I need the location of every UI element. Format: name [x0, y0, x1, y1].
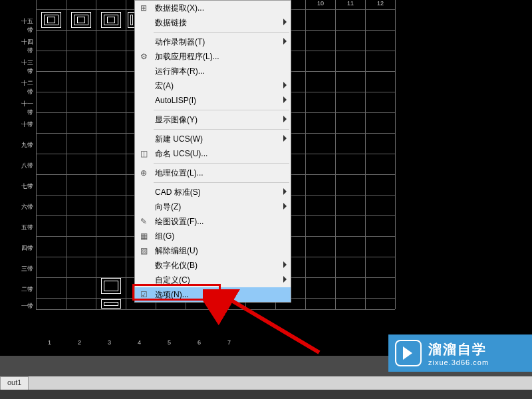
menu-item-label: 加载应用程序(L)... [155, 52, 219, 61]
watermark-title: 溜溜自学 [428, 340, 489, 358]
col-label: 5 [168, 339, 171, 346]
col-label: 1 [48, 339, 51, 346]
row-label: 八带 [17, 162, 33, 170]
block-icon [101, 278, 121, 294]
ucs-icon: ◫ [138, 148, 150, 160]
menu-item-label: 组(G) [155, 231, 174, 241]
menu-item-label: 命名 UCS(U)... [155, 149, 207, 158]
geo-icon: ⊕ [138, 167, 150, 179]
menu-item[interactable]: 宏(A) [135, 78, 291, 93]
menu-item[interactable]: 数字化仪(B) [135, 258, 291, 273]
submenu-arrow-icon [283, 203, 287, 209]
layout-tab[interactable]: out1 [0, 376, 29, 390]
watermark-url: zixue.3d66.com [428, 358, 489, 366]
menu-separator [154, 163, 289, 164]
row-label: 二带 [17, 285, 33, 294]
tools-context-menu: ⊞数据提取(X)...数据链接动作录制器(T)⚙加载应用程序(L)...运行脚本… [134, 0, 291, 303]
block-icon [41, 12, 61, 28]
check-icon: ☑ [138, 289, 150, 301]
block-icon [101, 299, 121, 309]
menu-item-label: 运行脚本(R)... [155, 66, 205, 76]
row-label: 十三带 [17, 59, 33, 76]
row-label: 十五带 [17, 17, 33, 35]
submenu-arrow-icon [283, 188, 287, 195]
menu-item-label: 解除编组(U) [155, 246, 198, 255]
menu-item[interactable]: ▦组(G) [135, 229, 291, 243]
menu-item-label: 显示图像(Y) [155, 115, 198, 124]
col-label: 11 [347, 0, 354, 7]
row-label: 五带 [17, 223, 33, 232]
submenu-arrow-icon [283, 276, 287, 283]
layout-tab-bar: out1 [0, 376, 532, 390]
row-label: 七带 [17, 182, 33, 191]
app-icon: ⚙ [138, 51, 150, 63]
menu-item-label: CAD 标准(S) [155, 188, 201, 197]
menu-item[interactable]: 数据链接 [135, 15, 291, 30]
menu-item[interactable]: ✎绘图设置(F)... [135, 214, 291, 229]
menu-item[interactable]: 自定义(C) [135, 273, 291, 287]
menu-item[interactable]: 向导(Z) [135, 200, 291, 214]
row-label: 一带 [17, 302, 33, 311]
menu-item[interactable]: 显示图像(Y) [135, 112, 291, 127]
group-icon: ▦ [138, 230, 150, 242]
col-label: 4 [138, 339, 141, 346]
row-label: 四带 [17, 244, 33, 253]
row-label: 十二带 [17, 79, 33, 96]
col-label: 2 [78, 339, 81, 346]
row-label: 九带 [17, 141, 33, 150]
menu-item[interactable]: ◫命名 UCS(U)... [135, 146, 291, 161]
block-icon [71, 12, 91, 28]
submenu-arrow-icon [283, 135, 287, 142]
row-label: 十一带 [17, 100, 33, 117]
menu-item-label: 向导(Z) [155, 202, 181, 211]
draw-icon: ✎ [138, 215, 150, 227]
menu-item-label: AutoLISP(I) [155, 96, 196, 105]
status-strip [0, 390, 532, 399]
menu-item[interactable]: ⊕地理位置(L)... [135, 166, 291, 180]
play-icon [395, 340, 422, 366]
menu-item-label: 选项(N)... [155, 290, 189, 299]
menu-item-label: 绘图设置(F)... [155, 217, 203, 226]
menu-item-label: 宏(A) [155, 81, 174, 90]
menu-item-label: 数字化仪(B) [155, 261, 198, 270]
col-label: 12 [377, 0, 384, 7]
col-label: 6 [198, 339, 201, 346]
row-label: 三带 [17, 265, 33, 273]
menu-item-label: 数据提取(X)... [155, 3, 204, 13]
submenu-arrow-icon [283, 116, 287, 122]
menu-separator [154, 129, 289, 130]
submenu-arrow-icon [283, 82, 287, 88]
menu-separator [154, 32, 289, 33]
submenu-arrow-icon [283, 261, 287, 268]
menu-item[interactable]: CAD 标准(S) [135, 185, 291, 200]
menu-separator [154, 182, 289, 183]
menu-item[interactable]: ⊞数据提取(X)... [135, 1, 291, 15]
block-icon [101, 12, 121, 28]
row-label: 十带 [17, 120, 33, 129]
col-label: 10 [317, 0, 324, 7]
menu-item[interactable]: 动作录制器(T) [135, 35, 291, 49]
menu-item-label: 动作录制器(T) [155, 37, 205, 47]
extract-icon: ⊞ [138, 2, 150, 14]
menu-item[interactable]: AutoLISP(I) [135, 93, 291, 108]
menu-separator [154, 110, 289, 110]
menu-item-label: 地理位置(L)... [155, 168, 203, 178]
menu-item[interactable]: ⚙加载应用程序(L)... [135, 49, 291, 64]
ungroup-icon: ▨ [138, 245, 150, 257]
row-label: 十四带 [17, 38, 33, 55]
submenu-arrow-icon [283, 96, 287, 103]
col-label: 3 [108, 339, 111, 346]
col-label: 7 [227, 339, 231, 346]
menu-item-label: 新建 UCS(W) [155, 134, 203, 144]
menu-item[interactable]: 新建 UCS(W) [135, 132, 291, 146]
submenu-arrow-icon [283, 38, 287, 45]
menu-item[interactable]: 运行脚本(R)... [135, 64, 291, 78]
menu-item[interactable]: ☑选项(N)... [135, 287, 291, 302]
menu-item[interactable]: ▨解除编组(U) [135, 243, 291, 258]
submenu-arrow-icon [283, 19, 287, 25]
watermark: 溜溜自学 zixue.3d66.com [388, 334, 532, 372]
menu-item-label: 数据链接 [155, 18, 187, 27]
menu-item-label: 自定义(C) [155, 275, 190, 285]
row-label: 六带 [17, 203, 33, 211]
